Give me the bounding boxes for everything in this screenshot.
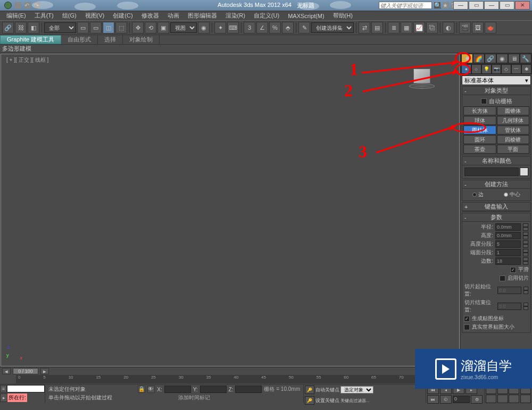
utilities-tab[interactable]: 🔧 [520,54,531,63]
shapes-subtab[interactable]: ○ [471,64,481,74]
set-key-icon[interactable]: 🔑 [305,386,314,394]
time-prev-icon[interactable]: ◂ [2,368,11,374]
pivot-icon[interactable]: ◉ [198,22,210,34]
material-icon[interactable]: ◐ [443,22,454,34]
ref-coord-dropdown[interactable]: 视图 [170,22,197,33]
name-color-rollout[interactable]: -名称和颜色 [462,157,530,165]
time-slider-handle[interactable]: 0 / 100 [13,368,38,374]
render-frame-icon[interactable]: 🖼 [472,22,484,34]
create-method-rollout[interactable]: -创建方法 [462,180,530,189]
key-step-icon[interactable]: ⏲ [440,395,452,404]
systems-subtab[interactable]: ✱ [521,64,531,74]
radius-down[interactable] [523,227,528,231]
close-button[interactable]: ✕ [515,1,530,10]
object-name-input[interactable] [464,168,519,176]
bind-icon[interactable]: ◧ [28,22,39,34]
add-time-tag[interactable]: 添加时间标记 [178,394,210,401]
key-filters-button[interactable]: 关键点过滤器... [340,398,370,404]
menu-group[interactable]: 组(G) [58,12,81,20]
rotate-icon[interactable]: ⟲ [145,22,156,34]
move-icon[interactable]: ✥ [132,22,144,34]
current-frame-input[interactable]: 0 [453,396,470,403]
helpers-subtab[interactable]: ◇ [501,64,511,74]
app-icon[interactable] [4,2,12,9]
schematic-icon[interactable]: ⿻ [426,22,438,34]
tube-button[interactable]: 管状体 [497,125,530,135]
fov-icon[interactable] [486,395,496,403]
height-up[interactable] [523,232,528,236]
graphite-selection-tab[interactable]: 选择 [98,35,123,44]
spacewarps-subtab[interactable]: 〰 [511,64,521,74]
viewport-label[interactable]: [ + ][ 正交 ][ 线框 ] [6,56,48,64]
cseg-spinner[interactable]: 1 [495,249,521,256]
y-coord-input[interactable] [200,386,227,393]
pan-icon[interactable] [497,395,508,403]
selection-filter-dropdown[interactable]: 全部 [44,22,76,33]
minimize2-button[interactable]: — [484,1,499,10]
goto-line-field[interactable]: 所在行: [7,394,27,402]
autokey-button[interactable]: 自动关键点 [315,387,339,394]
curve-editor-icon[interactable]: 📈 [413,22,425,34]
time-next-icon[interactable]: ▸ [40,368,49,374]
align-icon[interactable]: ▤ [371,22,383,34]
slice-on-checkbox[interactable] [500,275,505,281]
max-toggle-icon[interactable] [520,395,531,403]
sphere-button[interactable]: 球体 [463,116,496,125]
named-selection-dropdown[interactable]: 创建选择集 [311,22,354,33]
pyramid-button[interactable]: 四棱锥 [497,135,530,144]
center-radio[interactable] [504,193,508,197]
sides-up[interactable] [523,257,528,261]
link-icon[interactable]: 🔗 [2,22,14,34]
keyboard-icon[interactable]: ⌨ [227,22,239,34]
hseg-down[interactable] [523,244,528,248]
autogrid-checkbox[interactable] [481,98,487,104]
menu-maxscript[interactable]: MAXScript(M) [284,13,328,19]
hseg-up[interactable] [523,240,528,244]
height-down[interactable] [523,236,528,239]
angle-snap-icon[interactable]: ∠ [256,22,268,34]
restore-button[interactable]: ▭ [469,1,484,10]
maximize-button[interactable]: ▭ [500,1,514,10]
height-spinner[interactable]: 0.0mm [495,232,521,239]
select-region-icon[interactable]: ◫ [103,22,114,34]
smooth-checkbox[interactable]: ✓ [510,267,516,273]
script-mini-input[interactable] [7,385,45,392]
menu-create[interactable]: 创建(C) [109,12,137,20]
redo-icon[interactable]: ↷ [34,2,40,9]
time-config-icon[interactable]: ⚙ [471,395,483,404]
graphite-main-tab[interactable]: Graphite 建模工具 [0,35,61,44]
cseg-up[interactable] [523,249,528,253]
ribbon-icon[interactable]: ▦ [401,22,412,34]
lights-subtab[interactable]: 💡 [481,64,492,74]
cone-button[interactable]: 圆锥体 [497,106,530,115]
mirror-icon[interactable]: ⇄ [359,22,370,34]
graphite-paint-tab[interactable]: 对象绘制 [123,35,160,44]
category-dropdown[interactable]: 标准基本体▾ [462,76,531,85]
menu-customize[interactable]: 自定义(U) [250,12,284,20]
sides-spinner[interactable]: 18 [495,257,521,265]
script-mini-icon[interactable]: ≡ [0,385,7,392]
percent-snap-icon[interactable]: % [269,22,281,34]
key-mode-dropdown[interactable]: 选定对象 [340,386,373,394]
real-world-checkbox[interactable] [464,324,470,330]
hseg-spinner[interactable]: 5 [495,240,521,248]
viewport[interactable]: [ + ][ 正交 ][ 线框 ] z y x 1 2 3 [1,54,460,366]
menu-views[interactable]: 视图(V) [81,12,109,20]
object-type-rollout[interactable]: -对象类型 [462,87,530,95]
render-setup-icon[interactable]: 🎬 [459,22,471,34]
lock-icon[interactable]: 🔒 [138,386,145,393]
spinner-snap-icon[interactable]: ⬘ [282,22,294,34]
edge-radio[interactable] [472,193,477,197]
geosphere-button[interactable]: 几何球体 [497,116,530,125]
layer-icon[interactable]: ≣ [388,22,400,34]
goto-end-icon[interactable]: ⏭ [427,395,439,404]
unlink-icon[interactable]: ⛓ [15,22,27,34]
gen-mapping-checkbox[interactable]: ✓ [464,316,470,322]
display-tab[interactable]: 🖥 [508,54,520,63]
menu-edit[interactable]: 编辑(E) [2,12,30,20]
radius-up[interactable] [523,223,528,227]
cseg-down[interactable] [523,253,528,256]
sides-down[interactable] [523,261,528,265]
menu-animation[interactable]: 动画 [163,12,184,20]
orbit-icon[interactable] [509,395,519,403]
